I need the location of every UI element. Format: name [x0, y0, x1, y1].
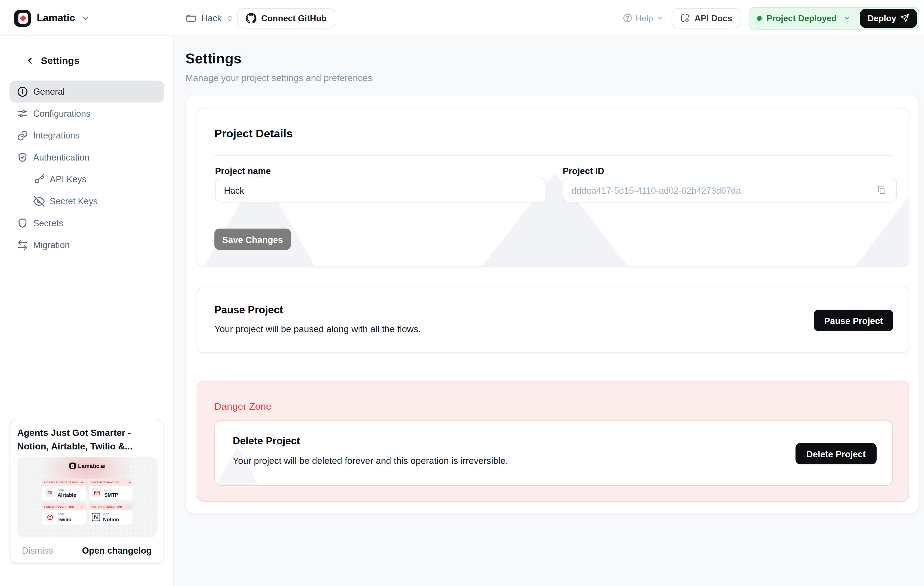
project-name-breadcrumb: Hack	[201, 13, 221, 23]
page-subtitle: Manage your project settings and prefere…	[185, 73, 372, 84]
twilio-icon	[45, 512, 54, 522]
status-dot	[757, 16, 762, 20]
danger-zone-title: Danger Zone	[214, 401, 272, 412]
sidebar-item-general[interactable]: General	[10, 81, 164, 102]
eye-off-icon	[33, 195, 45, 207]
play-icon: ▸--	[81, 481, 84, 484]
pause-project-description: Your project will be paused along with a…	[214, 324, 421, 335]
chevron-down-icon	[656, 15, 663, 21]
api-docs-label: API Docs	[695, 13, 733, 23]
project-name-input[interactable]	[215, 178, 546, 202]
dismiss-button[interactable]: Dismiss	[22, 545, 53, 556]
sidebar-item-api-keys[interactable]: API Keys	[10, 168, 164, 190]
shield-check-icon	[16, 151, 28, 163]
sidebar-item-label: Authentication	[33, 152, 89, 162]
delete-project-button[interactable]: Delete Project	[795, 443, 877, 464]
pause-project-title: Pause Project	[214, 304, 283, 316]
help-circle-icon	[622, 13, 632, 23]
connect-github-button[interactable]: Connect GitHub	[237, 8, 335, 28]
chevron-left-icon	[25, 56, 35, 66]
brand-name: Lamatic	[37, 12, 75, 24]
promo-card-twilio: TWILIO INTEGRATION▸-- App Twilio	[41, 503, 86, 525]
play-icon: ▸-	[129, 481, 131, 484]
api-docs-button[interactable]: API Docs	[672, 8, 741, 28]
github-icon	[246, 13, 256, 24]
chevron-down-icon[interactable]	[81, 14, 89, 22]
deploy-label: Deploy	[868, 13, 896, 23]
shield-icon	[16, 217, 28, 229]
promo-card-notion: NOTION INTEGRATION▸-- N App Notion	[88, 503, 133, 525]
project-details-card: Project Details Project name Project ID …	[197, 108, 909, 267]
project-switcher[interactable]: Hack	[185, 0, 233, 36]
sidebar-item-label: Configurations	[33, 108, 91, 118]
topbar-actions: Help API Docs Project Deployed Deploy	[622, 0, 919, 36]
project-name-label: Project name	[215, 166, 271, 176]
project-id-label: Project ID	[563, 166, 604, 176]
lamatic-logo-icon	[14, 10, 31, 26]
project-details-title: Project Details	[214, 127, 292, 140]
changelog-promo-card: Agents Just Got Smarter - Notion, Airtab…	[10, 419, 164, 564]
sidebar-item-integrations[interactable]: Integrations	[10, 124, 164, 146]
sidebar-item-secret-keys[interactable]: Secret Keys	[10, 190, 164, 212]
topbar: Lamatic Hack Connect GitHub	[0, 0, 924, 36]
main-content: Settings Manage your project settings an…	[173, 36, 924, 586]
deploy-status-label: Project Deployed	[766, 13, 837, 23]
notion-icon: N	[92, 513, 100, 521]
save-changes-button[interactable]: Save Changes	[214, 228, 291, 250]
deploy-button[interactable]: Deploy	[860, 9, 917, 28]
folder-icon	[185, 13, 196, 24]
promo-card-smtp: SMTP INTEGRATION▸- App SMTP	[88, 479, 133, 501]
watermark-triangle	[215, 448, 259, 485]
smtp-mail-icon	[92, 488, 101, 498]
danger-zone-card: Danger Zone Delete Project Your project …	[197, 381, 909, 502]
pause-project-card: Pause Project Your project will be pause…	[197, 287, 909, 353]
link-icon	[16, 129, 28, 142]
divider	[214, 155, 893, 155]
promo-footer: Dismiss Open changelog	[10, 545, 163, 556]
sidebar-item-configurations[interactable]: Configurations	[10, 102, 164, 125]
promo-integration-grid: AIRTABLE INTEGRATION▸-- App Airtable	[41, 479, 133, 525]
api-docs-icon	[680, 13, 690, 23]
promo-image: Lamatic.ai AIRTABLE INTEGRATION▸-- App A…	[17, 457, 158, 537]
delete-project-title: Delete Project	[233, 435, 300, 447]
play-icon: ▸--	[128, 505, 131, 508]
chevrons-up-down-icon	[226, 15, 233, 21]
key-icon	[33, 173, 45, 185]
info-icon	[16, 86, 28, 97]
sliders-icon	[16, 107, 28, 119]
play-icon: ▸--	[81, 505, 84, 508]
send-icon	[900, 13, 909, 23]
project-id-input[interactable]	[563, 178, 897, 202]
watermark-triangle	[855, 197, 909, 267]
sidebar-item-label: Secrets	[33, 218, 63, 228]
help-label: Help	[635, 13, 653, 23]
settings-back-header[interactable]: Settings	[0, 53, 79, 68]
promo-card-airtable: AIRTABLE INTEGRATION▸-- App Airtable	[41, 479, 86, 501]
lamatic-logo-icon	[69, 462, 76, 469]
sidebar-item-label: API Keys	[50, 174, 86, 184]
page-title: Settings	[185, 50, 241, 67]
delete-project-card: Delete Project Your project will be dele…	[214, 421, 893, 485]
deploy-status-pill: Project Deployed Deploy	[749, 7, 919, 30]
pause-project-button[interactable]: Pause Project	[814, 310, 893, 331]
sidebar-item-label: Integrations	[33, 130, 80, 140]
sidebar-item-authentication[interactable]: Authentication	[10, 146, 164, 168]
sidebar-item-label: General	[33, 86, 65, 97]
delete-project-description: Your project will be deleted forever and…	[233, 456, 508, 466]
settings-panel: Project Details Project name Project ID …	[185, 95, 919, 514]
sidebar-item-label: Migration	[33, 240, 70, 250]
settings-nav: General Configurations Integrations Auth…	[10, 81, 164, 256]
chevron-down-icon[interactable]	[843, 14, 850, 22]
sidebar-item-label: Secret Keys	[50, 196, 98, 206]
sidebar-item-secrets[interactable]: Secrets	[10, 212, 164, 234]
sidebar-item-migration[interactable]: Migration	[10, 234, 164, 256]
airtable-icon	[45, 488, 54, 498]
copy-icon[interactable]	[876, 185, 887, 195]
brand[interactable]: Lamatic	[14, 0, 89, 36]
open-changelog-button[interactable]: Open changelog	[82, 545, 152, 556]
connect-github-label: Connect GitHub	[261, 13, 327, 23]
promo-lamatic-logo: Lamatic.ai	[17, 462, 158, 469]
help-menu[interactable]: Help	[622, 13, 663, 23]
sidebar: Settings General Configurations Integrat…	[0, 36, 173, 586]
app-root: Lamatic Hack Connect GitHub	[0, 0, 924, 586]
